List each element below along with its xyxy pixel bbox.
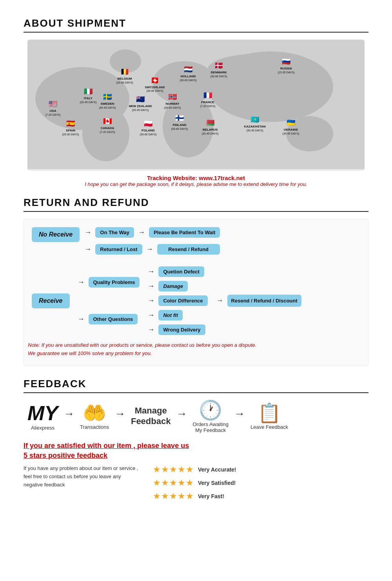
clipboard-icon: 📋 — [258, 404, 281, 423]
map-svg: 🇮🇹 ITALY (30-45 DAYS) 🇧🇪 BELGIUM (30-60 … — [27, 40, 365, 169]
wrong-delivery-box: Wrong Delivery — [158, 324, 205, 335]
arrow7: → — [147, 268, 154, 276]
svg-text:(20-30 DAYS): (20-30 DAYS) — [62, 133, 79, 136]
svg-text:(30-45 DAYS): (30-45 DAYS) — [282, 132, 299, 135]
svg-text:🇪🇸: 🇪🇸 — [66, 119, 75, 128]
orders-awaiting-label: Orders AwaitingMy Feedback — [192, 421, 229, 433]
flow-arrow3: → — [176, 408, 187, 426]
feedback-bottom: If you have any problem about our item o… — [24, 464, 368, 501]
orders-awaiting-item: 🕐 Orders AwaitingMy Feedback — [192, 401, 229, 433]
svg-text:🇰🇿: 🇰🇿 — [250, 115, 260, 124]
aliexpress-item: MY Aliexpress — [27, 403, 58, 431]
manage-feedback-item: ManageFeedback — [131, 406, 171, 428]
arrow1: → — [84, 228, 91, 237]
arrow12: → — [216, 297, 223, 305]
quetion-defect-box: Quetion Defect — [158, 266, 204, 277]
aliexpress-label: Aliexpress — [31, 425, 54, 431]
svg-text:SWITZERLAND: SWITZERLAND — [145, 86, 165, 89]
svg-text:(30-60 DAYS): (30-60 DAYS) — [140, 133, 156, 136]
svg-text:🇺🇦: 🇺🇦 — [287, 118, 296, 127]
other-questions-box: Other Questions — [89, 314, 138, 324]
svg-text:(7-20 DAYS): (7-20 DAYS) — [200, 105, 215, 108]
refund-title: RETURN AND REFUND — [24, 197, 368, 209]
quality-problems-box: Quality Problems — [89, 277, 140, 288]
feedback-flow: MY Aliexpress → 🤲 Transactions → ManageF… — [27, 401, 368, 433]
svg-text:(7-20 DAYS): (7-20 DAYS) — [45, 113, 60, 117]
not-fit-box: Not fit — [158, 310, 183, 321]
svg-text:🇸🇪: 🇸🇪 — [103, 93, 112, 101]
stars-2: ★★★★★ — [153, 478, 194, 488]
shipment-divider — [24, 32, 368, 33]
no-receive-box: No Receive — [32, 227, 80, 242]
star-label-2: Very Satisfied! — [198, 480, 236, 486]
manage-feedback-text: ManageFeedback — [131, 406, 171, 426]
svg-text:CANADA: CANADA — [101, 126, 114, 130]
arrow2: → — [138, 228, 145, 237]
svg-text:RUSSIA: RUSSIA — [280, 67, 292, 70]
feedback-divider — [24, 392, 368, 393]
svg-text:🇺🇸: 🇺🇸 — [49, 100, 58, 108]
svg-text:🇧🇾: 🇧🇾 — [206, 118, 215, 127]
stars-1: ★★★★★ — [153, 464, 194, 475]
transactions-item: 🤲 Transactions — [80, 404, 109, 430]
star-label-1: Very Accurate! — [198, 466, 236, 473]
feedback-left-text: If you have any problem about our item o… — [24, 464, 141, 501]
leave-feedback-label: Leave Feedback — [250, 424, 288, 430]
svg-text:(7-20 DAYS): (7-20 DAYS) — [100, 131, 115, 134]
feedback-section: FEEDBACK MY Aliexpress → 🤲 Transactions … — [24, 378, 368, 501]
svg-text:(30-45 DAYS): (30-45 DAYS) — [99, 106, 116, 109]
svg-text:🇳🇿: 🇳🇿 — [136, 95, 145, 104]
shipment-title: ABOUT SHIPMENT — [24, 17, 368, 29]
transactions-label: Transactions — [80, 424, 109, 430]
tracking-website: Tracking Website: www.17track.net — [24, 175, 368, 181]
flow-arrow4: → — [234, 408, 245, 426]
svg-text:(30-60 DAYS): (30-60 DAYS) — [210, 75, 227, 78]
svg-text:DENMARK: DENMARK — [211, 71, 227, 74]
svg-text:(30-60 DAYS): (30-60 DAYS) — [164, 106, 181, 109]
svg-text:HOLLAND: HOLLAND — [180, 75, 196, 78]
please-be-patient-box: Please Be Patient To Wait — [149, 227, 220, 238]
svg-text:(30-60 DAYS): (30-60 DAYS) — [146, 89, 163, 93]
damage-box: Damage — [158, 281, 188, 291]
arrow6: → — [78, 315, 85, 323]
svg-text:🇩🇰: 🇩🇰 — [214, 61, 223, 70]
svg-text:(30-60 DAYS): (30-60 DAYS) — [180, 79, 196, 82]
svg-text:FRANCE: FRANCE — [201, 100, 214, 104]
svg-text:🇳🇴: 🇳🇴 — [168, 93, 177, 101]
clock-icon: 🕐 — [199, 401, 222, 420]
svg-text:BELARUS: BELARUS — [203, 128, 218, 131]
svg-text:🇮🇹: 🇮🇹 — [84, 87, 93, 96]
svg-text:POLAND: POLAND — [142, 129, 155, 132]
svg-text:(30-45 DAYS): (30-45 DAYS) — [246, 129, 263, 132]
arrow9: → — [147, 297, 154, 305]
guarantee-text: We guarantee we will 100% solve any prob… — [28, 350, 364, 358]
note-container: Note: If you are unsatisfied with our pr… — [28, 341, 364, 358]
refund-section: RETURN AND REFUND No Receive → On The Wa… — [24, 197, 368, 366]
svg-text:(30-45 DAYS): (30-45 DAYS) — [201, 132, 218, 135]
svg-text:SWEDEN: SWEDEN — [100, 102, 114, 106]
svg-text:SPAIN: SPAIN — [66, 129, 75, 132]
svg-text:🇫🇮: 🇫🇮 — [175, 114, 184, 122]
color-difference-box: Color Difference — [158, 295, 207, 306]
svg-text:FINLAND: FINLAND — [172, 123, 186, 127]
svg-text:🇵🇱: 🇵🇱 — [144, 119, 153, 128]
star-label-3: Very Fast! — [198, 493, 224, 499]
svg-text:NORWAY: NORWAY — [165, 102, 180, 106]
stars-container: ★★★★★ Very Accurate! ★★★★★ Very Satisfie… — [153, 464, 236, 501]
svg-point-2 — [82, 106, 129, 161]
feedback-title: FEEDBACK — [24, 378, 368, 390]
svg-text:ITALY: ITALY — [84, 97, 93, 100]
svg-text:(15-35 DAYS): (15-35 DAYS) — [278, 71, 294, 74]
resend-refund-box: Resend / Refund — [157, 244, 220, 255]
flowchart: No Receive → On The Way → Please Be Pati… — [24, 219, 368, 366]
satisfaction-header: If you are satisfied with our item , ple… — [24, 441, 368, 461]
svg-text:USA: USA — [50, 109, 56, 113]
refund-divider — [24, 211, 368, 212]
arrow11: → — [147, 326, 154, 334]
svg-text:🇷🇺: 🇷🇺 — [282, 57, 291, 66]
arrow5: → — [78, 278, 85, 286]
svg-text:NEW ZEALAND: NEW ZEALAND — [129, 104, 152, 108]
star-row-1: ★★★★★ Very Accurate! — [153, 464, 236, 475]
arrow10: → — [147, 311, 154, 319]
satisfaction-line2: 5 stars positive feedback — [24, 452, 107, 459]
